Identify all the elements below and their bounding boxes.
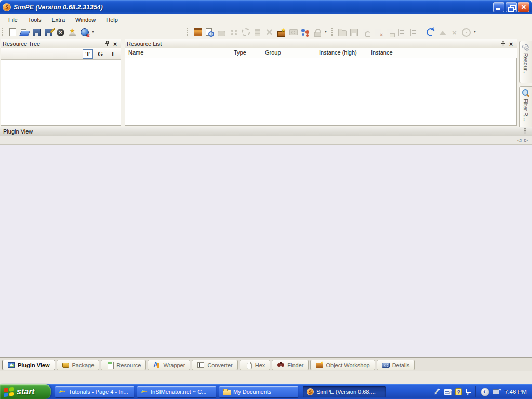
tab-plugin-view[interactable]: Plugin View bbox=[2, 360, 55, 370]
open-package-icon[interactable] bbox=[19, 27, 30, 38]
column-type[interactable]: Type bbox=[230, 48, 261, 58]
tab-package[interactable]: Package bbox=[57, 360, 100, 370]
resource-list-icon bbox=[396, 27, 407, 38]
tab-details[interactable]: Details bbox=[377, 360, 415, 370]
preview-icon[interactable] bbox=[204, 27, 215, 38]
package-details-icon[interactable] bbox=[192, 27, 203, 38]
tab-converter[interactable]: Converter bbox=[192, 360, 237, 370]
filter-type-button[interactable]: T bbox=[83, 49, 93, 59]
panel-splitter[interactable] bbox=[121, 39, 125, 126]
converter-icon bbox=[197, 362, 205, 368]
start-button[interactable]: start bbox=[0, 384, 51, 399]
toolbar-group-file bbox=[2, 25, 97, 39]
titlebar[interactable]: SimPE (Version 0.68.2.31354) bbox=[0, 0, 532, 14]
resource-list-content[interactable] bbox=[125, 58, 517, 126]
windows-flag-icon bbox=[4, 387, 14, 397]
web-update-icon[interactable] bbox=[79, 27, 90, 38]
display-audio-icon[interactable] bbox=[493, 389, 500, 395]
tab-finder[interactable]: Finder bbox=[272, 360, 309, 370]
menu-window[interactable]: Window bbox=[70, 15, 101, 24]
pin-icon[interactable] bbox=[499, 40, 507, 47]
task-label: InSIMenator.net ~ C... bbox=[151, 389, 206, 395]
object-workshop-icon[interactable] bbox=[276, 27, 287, 38]
toolbar-grip[interactable] bbox=[331, 28, 334, 36]
ie-icon bbox=[141, 388, 148, 395]
tab-object-workshop[interactable]: Object Workshop bbox=[310, 360, 375, 370]
taskbar-task-my-documents[interactable]: My Documents bbox=[219, 386, 298, 397]
sim-browser-icon[interactable] bbox=[300, 27, 311, 38]
toolbar-grip[interactable] bbox=[187, 28, 190, 36]
lock-icon bbox=[312, 27, 323, 38]
tab-resource[interactable]: Resource bbox=[101, 360, 146, 370]
restore-resource-icon bbox=[361, 27, 371, 38]
restore-button[interactable] bbox=[506, 2, 517, 12]
toolbar-overflow-icon[interactable] bbox=[91, 27, 97, 38]
help-icon[interactable] bbox=[455, 388, 462, 395]
toolbar bbox=[0, 25, 532, 39]
hide-icons-icon[interactable] bbox=[465, 388, 471, 395]
side-tab-filter-resources[interactable]: Filter R... bbox=[519, 86, 532, 129]
camera-icon bbox=[288, 27, 299, 38]
toolbar-overflow-icon[interactable] bbox=[324, 27, 330, 38]
tab-wrapper[interactable]: Wrapper bbox=[148, 360, 190, 370]
resource-text-icon bbox=[408, 27, 419, 38]
menu-tools[interactable]: Tools bbox=[23, 15, 47, 24]
taskbar-task-tutorials[interactable]: Tutorials - Page 4 - In... bbox=[55, 386, 134, 397]
remove-icon bbox=[449, 27, 460, 38]
close-icon[interactable] bbox=[507, 40, 515, 47]
close-button[interactable] bbox=[518, 2, 529, 12]
menu-file[interactable]: File bbox=[3, 15, 23, 24]
resource-tree-content[interactable] bbox=[1, 60, 121, 126]
tab-hex[interactable]: Hex bbox=[240, 360, 271, 370]
menubar: File Tools Extra Window Help bbox=[0, 14, 532, 25]
commit-resource-icon bbox=[384, 27, 395, 38]
wizard-icon[interactable] bbox=[67, 27, 78, 38]
tray-divider bbox=[475, 386, 476, 397]
plugin-nav-strip: ◁ ▷ bbox=[0, 136, 532, 145]
pin-icon[interactable] bbox=[521, 128, 529, 135]
ie-icon bbox=[59, 388, 66, 395]
side-tab-strip: Resour... Filter R... bbox=[518, 41, 532, 129]
task-label: SimPE (Version 0.68.... bbox=[316, 389, 376, 395]
pen-icon[interactable] bbox=[433, 388, 441, 395]
side-tab-resource-actions[interactable]: Resour... bbox=[519, 41, 532, 83]
tablet-input-icon[interactable] bbox=[444, 389, 452, 395]
taskbar: start Tutorials - Page 4 - In... InSIMen… bbox=[0, 384, 532, 399]
plugin-view-header: Plugin View bbox=[0, 127, 532, 136]
filter-instance-button[interactable]: I bbox=[108, 49, 118, 59]
minimize-button[interactable] bbox=[493, 2, 504, 12]
column-name[interactable]: Name bbox=[125, 48, 230, 58]
toolbar-grip[interactable] bbox=[2, 28, 5, 36]
menu-help[interactable]: Help bbox=[101, 15, 123, 24]
filter-group-button[interactable]: G bbox=[95, 49, 105, 59]
delete-resource-icon bbox=[373, 27, 383, 38]
save-icon[interactable] bbox=[31, 27, 42, 38]
back-circle-icon[interactable] bbox=[481, 388, 489, 396]
menu-extra[interactable]: Extra bbox=[46, 15, 70, 24]
nav-left-icon[interactable]: ◁ bbox=[517, 138, 521, 143]
close-package-icon[interactable] bbox=[55, 27, 66, 38]
taskbar-task-simpe[interactable]: SimPE (Version 0.68.... bbox=[303, 386, 386, 397]
column-filler bbox=[418, 48, 517, 58]
column-group[interactable]: Group bbox=[261, 48, 315, 58]
pin-icon[interactable] bbox=[103, 40, 111, 47]
close-icon[interactable] bbox=[111, 40, 119, 47]
toolbar-group-resource bbox=[187, 25, 330, 39]
export-resource-icon bbox=[349, 27, 360, 38]
folder-icon bbox=[223, 389, 231, 395]
column-instance[interactable]: Instance bbox=[367, 48, 418, 58]
nav-right-icon[interactable]: ▷ bbox=[524, 138, 528, 143]
plugin-view-content[interactable] bbox=[0, 145, 532, 357]
column-instance-high[interactable]: Instance (high) bbox=[315, 48, 367, 58]
save-as-icon[interactable] bbox=[43, 27, 54, 38]
new-package-icon[interactable] bbox=[7, 27, 18, 38]
bottom-tabbar: Plugin View Package Resource Wrapper Con… bbox=[0, 357, 532, 371]
import-resource-icon bbox=[337, 27, 348, 38]
toolbar-overflow-icon[interactable] bbox=[473, 27, 479, 38]
reload-icon[interactable] bbox=[425, 27, 436, 38]
taskbar-clock: 7:46 PM bbox=[504, 389, 527, 395]
magnifier-icon bbox=[522, 89, 529, 97]
taskbar-task-insimenator[interactable]: InSIMenator.net ~ C... bbox=[137, 386, 216, 397]
simpe-logo-icon bbox=[3, 3, 11, 11]
disc-icon bbox=[461, 27, 472, 38]
